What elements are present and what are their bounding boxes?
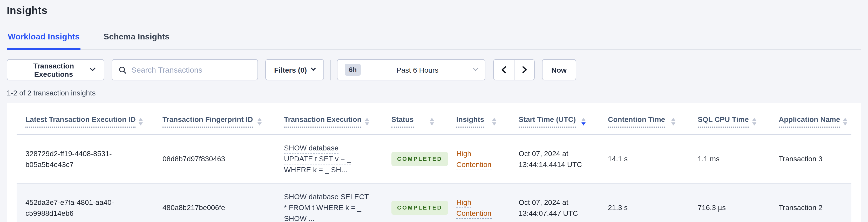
chevron-down-icon — [311, 66, 316, 71]
cell-start-time: Oct 07, 2024 at 13:44:14.4414 UTC — [510, 135, 599, 183]
cell-insights: High Contention — [447, 135, 510, 183]
cell-status: COMPLETED — [382, 183, 447, 222]
sort-icon — [843, 118, 847, 125]
chevron-right-icon — [522, 66, 527, 74]
table-row: 328729d2-ff19-4408-8531-b05a5b4e43c7 08d… — [17, 135, 851, 183]
report-type-value: Transaction Executions — [17, 61, 91, 78]
sort-icon — [365, 118, 369, 125]
col-header-application-name[interactable]: Application Name — [770, 103, 851, 135]
toolbar-divider — [330, 59, 331, 80]
col-header-insights[interactable]: Insights — [447, 103, 510, 135]
toolbar: Transaction Executions Filters (0) 6h Pa… — [7, 59, 861, 81]
cell-status: COMPLETED — [382, 135, 447, 183]
table-row: 452da3e7-e7fa-4801-aa40-c59988d14eb6 480… — [17, 183, 851, 222]
sort-icon — [257, 118, 261, 125]
col-header-latest-transaction-execution-id[interactable]: Latest Transaction Execution ID — [17, 103, 154, 135]
search-input[interactable] — [131, 65, 251, 74]
cell-fingerprint-id: 480a8b217be006fe — [154, 183, 275, 222]
tab-schema-insights[interactable]: Schema Insights — [102, 29, 170, 50]
time-range-badge: 6h — [345, 64, 361, 76]
insight-link[interactable]: High Contention — [456, 149, 491, 170]
time-next-button[interactable] — [514, 59, 535, 81]
cell-application-name: Transaction 2 — [770, 183, 851, 222]
results-count: 1-2 of 2 transaction insights — [7, 89, 861, 97]
time-prev-button[interactable] — [493, 59, 514, 81]
cell-fingerprint-id: 08d8b7d97f830463 — [154, 135, 275, 183]
chevron-down-icon — [473, 66, 478, 71]
search-box[interactable] — [112, 59, 258, 81]
cell-execution-id: 452da3e7-e7fa-4801-aa40-c59988d14eb6 — [17, 183, 154, 222]
cell-sql-cpu-time: 716.3 µs — [689, 183, 770, 222]
sort-icon — [492, 118, 496, 125]
table-header-row: Latest Transaction Execution ID Transact… — [17, 103, 851, 135]
insight-link[interactable]: High Contention — [456, 198, 491, 219]
sort-icon — [752, 118, 756, 125]
table-card: Latest Transaction Execution ID Transact… — [7, 103, 861, 222]
cell-contention-time: 21.3 s — [599, 183, 689, 222]
cell-insights: High Contention — [447, 183, 510, 222]
now-button[interactable]: Now — [542, 59, 576, 81]
col-header-start-time[interactable]: Start Time (UTC) — [510, 103, 599, 135]
sort-icon — [671, 118, 675, 125]
cell-contention-time: 14.1 s — [599, 135, 689, 183]
insights-page: Insights Workload Insights Schema Insigh… — [0, 0, 868, 222]
cell-application-name: Transaction 3 — [770, 135, 851, 183]
report-type-dropdown[interactable]: Transaction Executions — [7, 59, 104, 81]
cell-sql-cpu-time: 1.1 ms — [689, 135, 770, 183]
col-header-sql-cpu-time[interactable]: SQL CPU Time — [689, 103, 770, 135]
cell-start-time: Oct 07, 2024 at 13:44:07.447 UTC — [510, 183, 599, 222]
tab-bar: Workload Insights Schema Insights — [7, 29, 861, 50]
filters-button[interactable]: Filters (0) — [265, 59, 324, 81]
col-header-transaction-fingerprint-id[interactable]: Transaction Fingerprint ID — [154, 103, 275, 135]
page-title: Insights — [7, 0, 861, 17]
cell-transaction-execution: SHOW database UPDATE t SET v = _ WHERE k… — [275, 135, 382, 183]
time-range-value: Past 6 Hours — [367, 66, 468, 74]
cell-transaction-execution: SHOW database SELECT * FROM t WHERE k = … — [275, 183, 382, 222]
col-header-transaction-execution[interactable]: Transaction Execution — [275, 103, 382, 135]
cell-execution-id: 328729d2-ff19-4408-8531-b05a5b4e43c7 — [17, 135, 154, 183]
col-header-contention-time[interactable]: Contention Time — [599, 103, 689, 135]
status-badge: COMPLETED — [392, 152, 448, 166]
time-nav — [493, 59, 535, 81]
transaction-execution-link[interactable]: SHOW database SELECT * FROM t WHERE k = … — [284, 192, 369, 222]
status-badge: COMPLETED — [392, 201, 448, 215]
insights-table: Latest Transaction Execution ID Transact… — [17, 103, 851, 222]
col-header-status[interactable]: Status — [382, 103, 447, 135]
transaction-execution-link[interactable]: SHOW database UPDATE t SET v = _ WHERE k… — [284, 144, 351, 175]
sort-icon — [139, 118, 143, 125]
filters-label: Filters (0) — [274, 66, 307, 74]
sort-icon — [430, 118, 434, 125]
search-icon — [118, 66, 127, 74]
sort-icon-active-desc — [582, 118, 586, 125]
tab-workload-insights[interactable]: Workload Insights — [7, 29, 81, 50]
chevron-left-icon — [501, 66, 507, 74]
time-range-dropdown[interactable]: 6h Past 6 Hours — [337, 59, 486, 81]
